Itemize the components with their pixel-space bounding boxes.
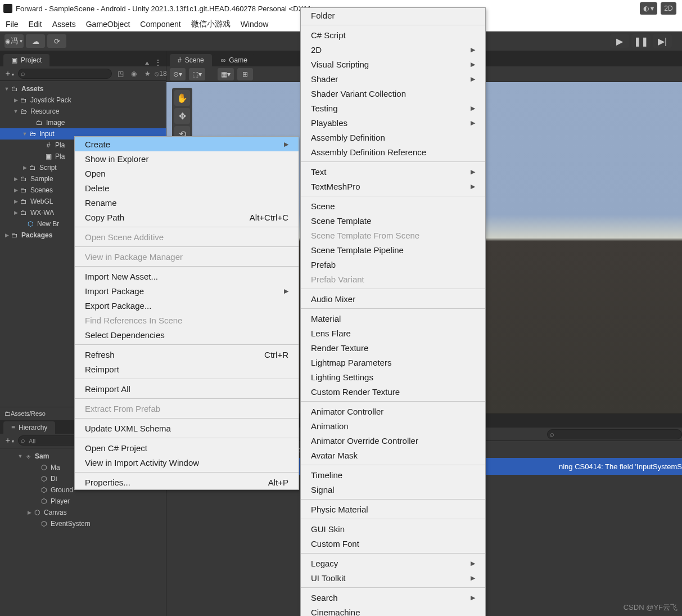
menu-wechat[interactable]: 微信小游戏 <box>191 19 231 29</box>
lock-icon[interactable]: ⟁ <box>145 59 149 66</box>
create-custom-render-texture[interactable]: Custom Render Texture <box>301 384 485 399</box>
ctx-update-uxml[interactable]: Update UXML Schema <box>75 421 299 435</box>
tree-image[interactable]: 🗀Image <box>0 117 166 128</box>
ctx-open-scene-additive: Open Scene Additive <box>75 230 299 244</box>
game-tab[interactable]: ∞ Game <box>213 54 255 66</box>
create-render-texture[interactable]: Render Texture <box>301 340 485 355</box>
save-search-icon[interactable]: ★ <box>142 69 152 79</box>
create-gui-skin[interactable]: GUI Skin <box>301 521 485 536</box>
create-asmdef[interactable]: Assembly Definition <box>301 130 485 145</box>
menu-file[interactable]: File <box>6 20 19 29</box>
cloud-icon: ☁ <box>32 37 39 46</box>
ctx-import-new-asset[interactable]: Import New Asset... <box>75 269 299 284</box>
console-search[interactable] <box>547 429 682 439</box>
create-scene[interactable]: Scene <box>301 199 485 213</box>
create-timeline[interactable]: Timeline <box>301 467 485 482</box>
menu-edit[interactable]: Edit <box>29 20 42 29</box>
create-search[interactable]: Search▶ <box>301 590 485 605</box>
tree-assets[interactable]: ▼🗀Assets <box>0 83 166 95</box>
chevron-right-icon: ▶ <box>471 119 475 127</box>
create-lightmap-params[interactable]: Lightmap Parameters <box>301 355 485 370</box>
create-folder[interactable]: Folder <box>301 8 485 23</box>
undo-history-button[interactable]: ⟳ <box>47 34 66 48</box>
create-visual-scripting[interactable]: Visual Scripting▶ <box>301 57 485 71</box>
create-custom-font[interactable]: Custom Font <box>301 536 485 551</box>
ctx-open-csharp[interactable]: Open C# Project <box>75 440 299 455</box>
menu-gameobject[interactable]: GameObject <box>86 20 130 29</box>
menu-component[interactable]: Component <box>140 20 180 29</box>
account-button[interactable]: ◉ 冯 ▼ <box>4 34 24 48</box>
create-audio-mixer[interactable]: Audio Mixer <box>301 291 485 306</box>
create-material[interactable]: Material <box>301 311 485 326</box>
project-search[interactable] <box>18 69 112 79</box>
create-asmref[interactable]: Assembly Definition Reference <box>301 145 485 159</box>
create-scene-template-pipeline[interactable]: Scene Template Pipeline <box>301 242 485 257</box>
add-asset-button[interactable]: ＋▾ <box>3 69 15 79</box>
tab-options-icon[interactable]: ⋮ <box>155 59 161 66</box>
tool-snap[interactable]: ⊞ <box>237 68 253 80</box>
ctx-view-import-activity[interactable]: View in Import Activity Window <box>75 455 299 470</box>
menu-assets[interactable]: Assets <box>52 20 76 29</box>
hierarchy-tab[interactable]: ≡ Hierarchy <box>3 421 55 434</box>
tool-pivot[interactable]: ⊙▾ <box>170 68 186 80</box>
hidden-count[interactable]: ⦸18 <box>156 69 166 79</box>
pause-icon: ❚❚ <box>634 36 648 47</box>
pause-button[interactable]: ❚❚ <box>631 34 651 48</box>
create-shader[interactable]: Shader▶ <box>301 71 485 86</box>
play-button[interactable]: ▶ <box>610 34 629 48</box>
ctx-delete[interactable]: Delete <box>75 181 299 195</box>
tree-resource[interactable]: ▼🗁Resource <box>0 106 166 117</box>
filter-by-type-icon[interactable]: ◳ <box>115 69 125 79</box>
tool-grid[interactable]: ▦▾ <box>218 68 234 80</box>
ctx-select-dependencies[interactable]: Select Dependencies <box>75 327 299 342</box>
create-prefab[interactable]: Prefab <box>301 257 485 272</box>
ctx-open[interactable]: Open <box>75 166 299 181</box>
create-signal[interactable]: Signal <box>301 482 485 497</box>
create-csharp-script[interactable]: C# Script <box>301 28 485 42</box>
create-2d[interactable]: 2D▶ <box>301 42 485 57</box>
ctx-refresh[interactable]: RefreshCtrl+R <box>75 347 299 362</box>
ctx-properties[interactable]: Properties...Alt+P <box>75 475 299 489</box>
ctx-reimport[interactable]: Reimport <box>75 362 299 376</box>
step-button[interactable]: ▶| <box>653 34 672 48</box>
create-text[interactable]: Text▶ <box>301 164 485 179</box>
create-animation[interactable]: Animation <box>301 419 485 433</box>
ctx-create[interactable]: Create▶ <box>75 137 299 151</box>
ctx-export-package[interactable]: Export Package... <box>75 298 299 313</box>
filter-by-label-icon[interactable]: ◉ <box>129 69 139 79</box>
ctx-import-package[interactable]: Import Package▶ <box>75 284 299 298</box>
ctx-reimport-all[interactable]: Reimport All <box>75 381 299 396</box>
create-ui-toolkit[interactable]: UI Toolkit▶ <box>301 570 485 585</box>
cloud-button[interactable]: ☁ <box>26 34 45 48</box>
scene-2d[interactable]: 2D <box>661 2 676 15</box>
create-playables[interactable]: Playables▶ <box>301 115 485 130</box>
create-testing[interactable]: Testing▶ <box>301 101 485 115</box>
hand-tool[interactable]: ✋ <box>174 90 190 106</box>
hier-player[interactable]: ⬡Player <box>0 496 166 507</box>
create-legacy[interactable]: Legacy▶ <box>301 556 485 570</box>
menu-window[interactable]: Window <box>241 20 269 29</box>
create-avatar-mask[interactable]: Avatar Mask <box>301 448 485 462</box>
ctx-rename[interactable]: Rename <box>75 195 299 210</box>
hier-canvas[interactable]: ▶⬡Canvas <box>0 507 166 518</box>
create-cinemachine[interactable]: Cinemachine <box>301 605 485 616</box>
ctx-show-in-explorer[interactable]: Show in Explorer <box>75 151 299 166</box>
create-tmp[interactable]: TextMeshPro▶ <box>301 179 485 194</box>
scene-shading[interactable]: ◐ ▾ <box>640 2 657 15</box>
create-lens-flare[interactable]: Lens Flare <box>301 326 485 340</box>
move-tool[interactable]: ✥ <box>174 108 190 124</box>
ctx-copy-path[interactable]: Copy PathAlt+Ctrl+C <box>75 210 299 224</box>
create-scene-template[interactable]: Scene Template <box>301 213 485 228</box>
separator <box>75 418 299 419</box>
create-animator-controller[interactable]: Animator Controller <box>301 404 485 419</box>
tool-global[interactable]: ⬚▾ <box>189 68 205 80</box>
hierarchy-add-button[interactable]: ＋▾ <box>3 435 15 446</box>
create-shader-variant[interactable]: Shader Variant Collection <box>301 86 485 101</box>
tree-joystick[interactable]: ▶🗀Joystick Pack <box>0 95 166 106</box>
hier-eventsystem[interactable]: ⬡EventSystem <box>0 518 166 529</box>
create-physic-material[interactable]: Physic Material <box>301 502 485 516</box>
scene-tab[interactable]: # Scene <box>170 54 212 66</box>
create-animator-override[interactable]: Animator Override Controller <box>301 433 485 448</box>
project-tab[interactable]: ▣ Project <box>3 54 49 66</box>
create-lighting-settings[interactable]: Lighting Settings <box>301 370 485 384</box>
